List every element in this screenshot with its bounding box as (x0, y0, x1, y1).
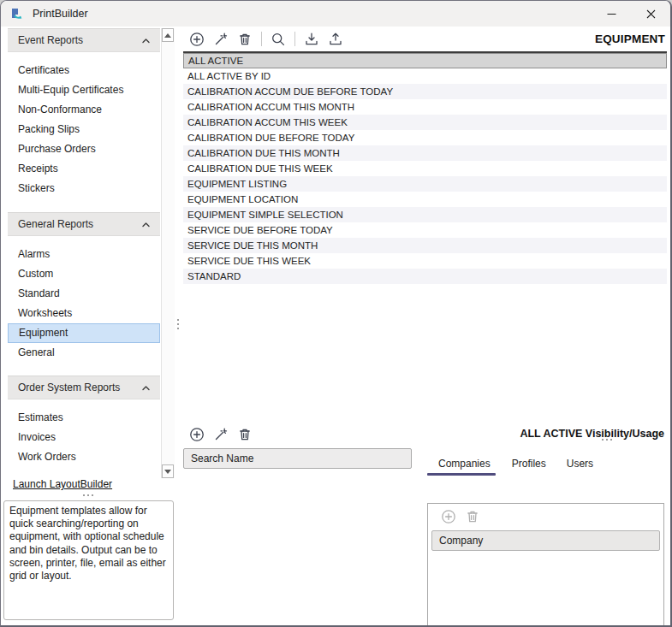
template-row[interactable]: CALIBRATION ACCUM THIS WEEK (183, 115, 667, 130)
template-row[interactable]: CALIBRATION DUE THIS WEEK (183, 161, 667, 176)
sidebar-item-multi-equip-certificates[interactable]: Multi-Equip Certificates (8, 80, 160, 100)
template-row[interactable]: CALIBRATION DUE THIS MONTH (183, 145, 667, 161)
sidebar-item-worksheets[interactable]: Worksheets (8, 304, 160, 323)
sidebar-item-receipts[interactable]: Receipts (8, 159, 160, 179)
sidebar-item-alarms[interactable]: Alarms (8, 245, 160, 264)
sidebar-splitter-handle[interactable] (83, 494, 93, 496)
template-row[interactable]: STANDARD (183, 269, 667, 284)
section-label: General Reports (18, 218, 93, 230)
close-button[interactable] (631, 1, 670, 27)
companies-tab-panel: Company (427, 503, 664, 627)
template-row[interactable]: EQUIPMENT LOCATION (183, 192, 667, 207)
tab-profiles[interactable]: Profiles (512, 458, 546, 476)
triangle-up-icon (164, 33, 171, 38)
visibility-panel-title: ALL ACTIVE Visibility/Usage (427, 420, 665, 440)
sidebar-item-purchase-orders[interactable]: Purchase Orders (8, 139, 160, 159)
launch-layoutbuilder-link[interactable]: Launch LayoutBuilder (13, 478, 112, 490)
scroll-up-button[interactable] (162, 28, 174, 42)
sidebar: Event Reports Certificates Multi-Equip C… (1, 27, 175, 625)
template-toolbar: EQUIPMENT (183, 27, 667, 53)
import-template-button[interactable] (303, 31, 320, 48)
sidebar-item-packing-slips[interactable]: Packing Slips (8, 120, 160, 139)
template-row[interactable]: SERVICE DUE THIS MONTH (183, 238, 667, 253)
page-title: EQUIPMENT (595, 33, 665, 45)
sidebar-item-estimates[interactable]: Estimates (8, 408, 160, 428)
edit-search-button[interactable] (212, 426, 229, 443)
printbuilder-window: PrintBuilder Event Reports Certificates … (0, 0, 672, 627)
titlebar[interactable]: PrintBuilder (1, 1, 670, 27)
sidebar-item-non-conformance[interactable]: Non-Conformance (8, 100, 160, 120)
add-template-button[interactable] (188, 31, 205, 48)
template-row[interactable]: ALL ACTIVE (183, 53, 667, 68)
sidebar-item-stickers[interactable]: Stickers (8, 179, 160, 198)
add-search-button[interactable] (188, 426, 205, 443)
close-icon (646, 9, 656, 19)
toolbar-separator (261, 32, 262, 46)
search-template-button[interactable] (270, 31, 287, 48)
chevron-up-icon (140, 35, 152, 46)
sidebar-item-work-orders[interactable]: Work Orders (8, 447, 160, 467)
chevron-up-icon (140, 382, 152, 393)
scroll-down-button[interactable] (162, 464, 174, 478)
edit-template-button[interactable] (212, 31, 229, 48)
export-template-button[interactable] (327, 31, 344, 48)
toolbar-separator (294, 32, 295, 46)
template-row[interactable]: EQUIPMENT SIMPLE SELECTION (183, 207, 667, 222)
template-row[interactable]: SERVICE DUE BEFORE TODAY (183, 222, 667, 238)
tab-users[interactable]: Users (567, 458, 593, 476)
template-description: Equipment templates allow for quick sear… (3, 500, 174, 620)
delete-template-button[interactable] (236, 31, 253, 48)
add-company-button[interactable] (440, 508, 457, 525)
template-row[interactable]: CALIBRATION ACCUM THIS MONTH (183, 99, 667, 115)
section-event-reports[interactable]: Event Reports (8, 28, 160, 52)
section-label: Order System Reports (18, 382, 120, 393)
delete-company-button[interactable] (464, 508, 481, 525)
sidebar-item-general[interactable]: General (8, 343, 160, 363)
sidebar-item-equipment[interactable]: Equipment (8, 323, 160, 343)
printbuilder-app-icon (10, 7, 24, 21)
template-row[interactable]: CALIBRATION DUE BEFORE TODAY (183, 130, 667, 145)
window-title: PrintBuilder (33, 8, 88, 20)
company-column-header[interactable]: Company (431, 530, 660, 551)
triangle-down-icon (164, 470, 171, 474)
section-order-system-reports[interactable]: Order System Reports (8, 376, 160, 399)
template-list: ALL ACTIVE ALL ACTIVE BY ID CALIBRATION … (183, 53, 667, 284)
search-panel: Search Name (183, 420, 412, 625)
template-row[interactable]: EQUIPMENT LISTING (183, 176, 667, 192)
minimize-icon (607, 9, 616, 19)
template-row[interactable]: SERVICE DUE THIS WEEK (183, 253, 667, 269)
companies-toolbar (428, 504, 663, 529)
sidebar-item-custom[interactable]: Custom (8, 264, 160, 284)
section-general-reports[interactable]: General Reports (8, 212, 160, 236)
delete-search-button[interactable] (236, 426, 253, 443)
sidebar-item-certificates[interactable]: Certificates (8, 61, 160, 80)
visibility-panel: ALL ACTIVE Visibility/Usage Companies Pr… (427, 420, 665, 625)
template-row[interactable]: ALL ACTIVE BY ID (183, 68, 667, 84)
minimize-button[interactable] (592, 1, 631, 27)
sidebar-scrollbar[interactable] (161, 28, 175, 478)
sidebar-item-invoices[interactable]: Invoices (8, 428, 160, 447)
sidebar-item-standard[interactable]: Standard (8, 284, 160, 304)
active-tab-underline (427, 473, 496, 476)
search-name-column-header[interactable]: Search Name (183, 448, 412, 469)
visibility-tabs: Companies Profiles Users (427, 453, 665, 476)
chevron-up-icon (140, 219, 152, 230)
main-area: EQUIPMENT ALL ACTIVE ALL ACTIVE BY ID CA… (183, 27, 667, 625)
sidebar-main-splitter[interactable] (177, 319, 179, 329)
template-row[interactable]: CALIBRATION ACCUM DUE BEFORE TODAY (183, 84, 667, 99)
search-panel-toolbar (183, 420, 412, 447)
section-label: Event Reports (18, 34, 83, 46)
